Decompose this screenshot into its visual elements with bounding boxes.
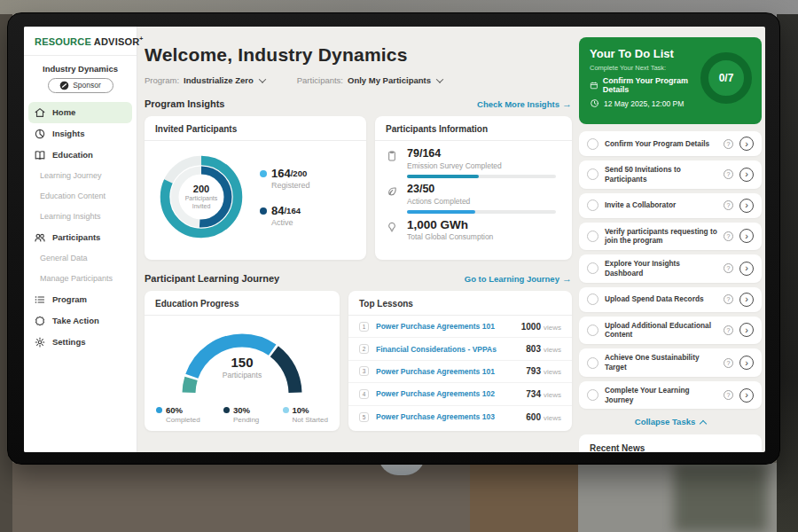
todo-progress-ring: 0/7 — [700, 52, 752, 104]
task-item-achieve-target[interactable]: Achieve One Sustainability Target — [579, 348, 762, 377]
chevron-right-icon[interactable] — [739, 356, 754, 370]
info-icon[interactable] — [724, 325, 733, 335]
completed-dot-icon — [156, 407, 162, 413]
sponsor-badge[interactable]: Sponsor — [48, 78, 113, 93]
card-title: Education Progress — [145, 291, 340, 316]
chevron-right-icon[interactable] — [739, 137, 754, 151]
legend-pending: 30% Pending — [223, 405, 259, 424]
sidebar-item-program[interactable]: Program — [28, 289, 132, 310]
people-icon — [34, 231, 46, 244]
gauge-center-value: 150 — [173, 355, 311, 370]
task-item-invite-collaborator[interactable]: Invite a Collaborator — [579, 193, 762, 218]
chevron-right-icon[interactable] — [739, 388, 754, 403]
not-started-dot-icon — [283, 407, 289, 413]
task-item-send-invitations[interactable]: Send 50 Invitations to Participants — [579, 160, 762, 189]
emission-survey-progressbar — [407, 175, 556, 178]
chevron-right-icon[interactable] — [739, 229, 754, 243]
sidebar-item-learning-insights[interactable]: Learning Insights — [28, 207, 132, 227]
task-checkbox[interactable] — [587, 138, 598, 150]
lesson-row[interactable]: 4 Power Purchase Agreements 102 734views — [348, 383, 572, 405]
lesson-link[interactable]: Power Purchase Agreements 101 — [376, 322, 495, 331]
legend-registered: 164/200 Registered — [260, 167, 310, 190]
lesson-link[interactable]: Financial Considerations - VPPAs — [376, 345, 497, 354]
lesson-rank: 4 — [359, 389, 369, 399]
photo-scene: RESOURCE ADVISOR+ Industry Dynamics Spon… — [0, 0, 798, 532]
nav-sub-label: Learning Journey — [40, 171, 102, 180]
lesson-row[interactable]: 1 Power Purchase Agreements 101 1000view… — [348, 316, 572, 338]
nav-label: Insights — [52, 129, 84, 138]
sidebar: RESOURCE ADVISOR+ Industry Dynamics Spon… — [24, 27, 137, 452]
logo-text-resource: RESOURCE — [35, 36, 91, 47]
info-icon[interactable] — [724, 294, 733, 304]
sidebar-item-general-data[interactable]: General Data — [28, 248, 132, 269]
task-checkbox[interactable] — [587, 293, 598, 305]
lesson-link[interactable]: Power Purchase Agreements 103 — [376, 412, 495, 421]
program-filter[interactable]: Program:Industrialize Zero — [145, 75, 265, 85]
participants-filter-value: Only My Participants — [348, 75, 431, 85]
task-item-verify-participants[interactable]: Verify participants requesting to join t… — [579, 223, 762, 251]
sidebar-item-education[interactable]: Education — [28, 145, 132, 166]
legend-completed: 60% Completed — [156, 405, 200, 424]
nav-label: Take Action — [52, 316, 99, 325]
info-icon[interactable] — [724, 200, 733, 210]
task-item-confirm-program[interactable]: Confirm Your Program Details — [579, 131, 762, 156]
task-checkbox[interactable] — [587, 200, 598, 211]
task-item-upload-educational-content[interactable]: Upload Additional Educational Content — [579, 317, 762, 345]
chevron-right-icon[interactable] — [739, 168, 754, 182]
info-icon[interactable] — [724, 169, 733, 179]
gear-icon — [34, 336, 46, 348]
chevron-right-icon[interactable] — [739, 323, 754, 337]
sidebar-item-take-action[interactable]: Take Action — [28, 310, 132, 332]
task-item-complete-learning-journey[interactable]: Complete Your Learning Journey — [579, 381, 762, 410]
info-icon[interactable] — [724, 390, 733, 400]
sidebar-item-learning-journey[interactable]: Learning Journey — [28, 166, 132, 186]
program-filter-value: Industrialize Zero — [184, 75, 254, 85]
sponsor-label: Sponsor — [73, 81, 101, 90]
education-progress-card: Education Progress 150 Participants — [145, 291, 340, 431]
sidebar-item-home[interactable]: Home — [28, 102, 132, 123]
emission-survey-stat: 79/164 Emission Survey Completed — [386, 148, 561, 178]
sidebar-item-settings[interactable]: Settings — [28, 332, 132, 353]
collapse-tasks-link[interactable]: Collapse Tasks — [579, 417, 762, 426]
chevron-right-icon[interactable] — [739, 199, 754, 213]
legend-not-started: 10% Not Started — [283, 405, 328, 424]
info-icon[interactable] — [724, 358, 733, 368]
task-item-upload-spend-data[interactable]: Upload Spend Data Records — [579, 287, 762, 312]
recent-news-title: Recent News — [590, 443, 751, 452]
chevron-right-icon[interactable] — [739, 293, 754, 307]
participants-filter[interactable]: Participants:Only My Participants — [297, 75, 442, 85]
nav-sub-label: General Data — [40, 254, 88, 262]
task-checkbox[interactable] — [587, 325, 598, 336]
invited-participants-donut: 200 Participants Invited — [150, 145, 253, 248]
sidebar-item-insights[interactable]: Insights — [28, 123, 132, 145]
task-checkbox[interactable] — [587, 168, 598, 180]
task-checkbox[interactable] — [587, 357, 598, 369]
check-more-insights-link[interactable]: Check More Insights — [477, 98, 572, 109]
actions-completed-stat: 23/50 Actions Completed — [386, 184, 561, 214]
lesson-row[interactable]: 5 Power Purchase Agreements 103 600views — [348, 406, 572, 428]
sidebar-item-education-content[interactable]: Education Content — [28, 186, 132, 207]
task-checkbox[interactable] — [587, 262, 598, 274]
info-icon[interactable] — [724, 231, 733, 241]
donut-center-value: 200 — [193, 184, 209, 194]
lesson-link[interactable]: Power Purchase Agreements 102 — [376, 389, 495, 398]
task-item-explore-insights[interactable]: Explore Your Insights Dashboard — [579, 254, 762, 283]
chevron-right-icon[interactable] — [739, 262, 754, 276]
nav-label: Education — [52, 150, 93, 160]
task-checkbox[interactable] — [587, 231, 598, 242]
section-title: Program Insights — [145, 98, 224, 109]
lesson-row[interactable]: 3 Power Purchase Agreements 101 793views — [348, 361, 572, 383]
registered-dot-icon — [260, 170, 267, 177]
logo-text-advisor: ADVISOR — [94, 36, 140, 47]
go-to-learning-journey-link[interactable]: Go to Learning Journey — [465, 273, 572, 284]
page-title: Welcome, Industry Dynamics — [145, 44, 572, 66]
sidebar-item-manage-participants[interactable]: Manage Participants — [28, 269, 132, 289]
background-desk-middle — [470, 463, 587, 532]
lesson-row[interactable]: 2 Financial Considerations - VPPAs 803vi… — [348, 338, 572, 360]
task-checkbox[interactable] — [587, 389, 598, 401]
active-dot-icon — [260, 207, 267, 215]
info-icon[interactable] — [724, 263, 733, 273]
lesson-link[interactable]: Power Purchase Agreements 101 — [376, 367, 495, 376]
sidebar-item-participants[interactable]: Participants — [28, 227, 132, 248]
info-icon[interactable] — [724, 139, 733, 149]
